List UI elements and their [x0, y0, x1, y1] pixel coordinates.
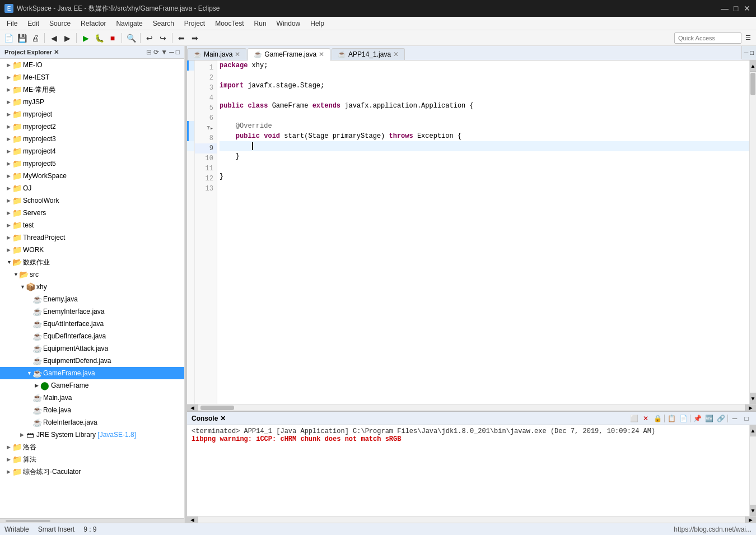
tree-item-myworkspace[interactable]: ▶ 📁 MyWorkSpace	[0, 170, 184, 182]
code-line-2[interactable]	[220, 71, 749, 81]
console-paste-btn[interactable]: 📄	[678, 413, 688, 424]
tree-item-src[interactable]: ▼ 📂 src	[0, 268, 184, 281]
tree-item-myproject5[interactable]: ▶ 📁 myproject5	[0, 157, 184, 170]
tree-item-gameframe-class[interactable]: ▶ ⬤ GameFrame	[0, 379, 184, 392]
menu-window[interactable]: Window	[272, 18, 305, 29]
sidebar-collapse-btn[interactable]: ⊟	[146, 48, 152, 56]
toolbar-search[interactable]: 🔍	[125, 32, 137, 44]
hscroll-left[interactable]: ◀	[187, 404, 198, 411]
code-line-9[interactable]	[220, 141, 749, 151]
toolbar-navigate-forward[interactable]: ➡	[189, 32, 201, 44]
quick-access-input[interactable]	[674, 32, 741, 44]
tree-item-schoolwork[interactable]: ▶ 📁 SchoolWork	[0, 194, 184, 207]
sidebar-max-btn[interactable]: □	[176, 48, 180, 56]
code-line-4[interactable]	[220, 91, 749, 101]
console-output[interactable]: <terminated> APP14_1 [Java Application] …	[187, 425, 749, 516]
toolbar-save[interactable]: 💾	[16, 32, 28, 44]
tree-item-me-common[interactable]: ▶ 📁 ME-常用类	[0, 83, 184, 96]
console-minimize-btn[interactable]: ─	[730, 413, 740, 424]
menu-source[interactable]: Source	[45, 18, 75, 29]
console-clear-btn[interactable]: ⬜	[629, 413, 639, 424]
menu-mooctest[interactable]: MoocTest	[211, 18, 248, 29]
toolbar-forward[interactable]: ▶	[61, 32, 73, 44]
tree-item-enemy-interface[interactable]: ☕ EnemyInterface.java	[0, 305, 184, 318]
project-explorer-tree[interactable]: ▶ 📁 ME-IO ▶ 📁 Me-tEST ▶ 📁 ME-常用类 ▶ 📁 my	[0, 59, 184, 518]
tree-item-myproject4[interactable]: ▶ 📁 myproject4	[0, 145, 184, 157]
tree-item-threadproject[interactable]: ▶ 📁 ThreadProject	[0, 231, 184, 244]
tree-item-shume[interactable]: ▼ 📂 数媒作业	[0, 256, 184, 268]
console-toolbar[interactable]: ⬜ ✕ 🔒 📋 📄 📌 🆕 🔗 ─ □	[629, 413, 752, 424]
tree-item-gameframe-java[interactable]: ▼ ☕ GameFrame.java	[0, 367, 184, 379]
sidebar-controls[interactable]: ⊟ ⟳ ▼ ─ □	[146, 48, 180, 56]
console-link-btn[interactable]: 🔗	[716, 413, 726, 424]
console-copy-btn[interactable]: 📋	[666, 413, 676, 424]
tree-item-enemy[interactable]: ☕ Enemy.java	[0, 293, 184, 305]
code-scroll-area[interactable]: package xhy; import javafx.stage.Stage; …	[217, 61, 749, 404]
toolbar-print[interactable]: 🖨	[29, 32, 41, 44]
vscroll-down[interactable]: ▼	[750, 393, 756, 404]
toolbar-debug[interactable]: 🐛	[93, 32, 105, 44]
tree-item-calculator[interactable]: ▶ 📁 综合练习-Caculator	[0, 466, 184, 478]
toolbar-perspectives[interactable]: ☰	[743, 32, 754, 44]
menu-help[interactable]: Help	[306, 18, 329, 29]
console-hscroll-left[interactable]: ◀	[187, 517, 198, 523]
tab-close-btn[interactable]: ✕	[393, 50, 399, 58]
console-new-btn[interactable]: 🆕	[704, 413, 714, 424]
menu-search[interactable]: Search	[148, 18, 179, 29]
console-vscroll-track[interactable]	[750, 436, 756, 505]
tree-item-servers[interactable]: ▶ 📁 Servers	[0, 207, 184, 219]
tab-gameframe-java[interactable]: ☕ GameFrame.java ✕	[248, 48, 330, 61]
tree-item-equdefend[interactable]: ☕ EquipmentDefend.java	[0, 355, 184, 367]
menu-project[interactable]: Project	[180, 18, 209, 29]
tree-item-equdef[interactable]: ☕ EquDefInterface.java	[0, 330, 184, 342]
tree-item-me-test[interactable]: ▶ 📁 Me-tEST	[0, 71, 184, 83]
tree-item-luogu[interactable]: ▶ 📁 洛谷	[0, 441, 184, 453]
editor-maximize-btn[interactable]: □	[750, 49, 754, 56]
tree-item-jre[interactable]: ▶ 🗃 JRE System Library [JavaSE-1.8]	[0, 429, 184, 441]
tree-item-equattack[interactable]: ☕ EquipmentAttack.java	[0, 342, 184, 355]
toolbar-navigate-back[interactable]: ⬅	[175, 32, 188, 44]
menu-file[interactable]: File	[2, 18, 22, 29]
tree-item-myproject3[interactable]: ▶ 📁 myproject3	[0, 133, 184, 145]
menu-navigate[interactable]: Navigate	[111, 18, 147, 29]
sidebar-sync-btn[interactable]: ⟳	[153, 48, 159, 56]
tab-close-btn[interactable]: ✕	[235, 50, 240, 58]
tree-item-myjsp[interactable]: ▶ 📁 myJSP	[0, 96, 184, 108]
console-maximize-btn[interactable]: □	[741, 413, 752, 424]
maximize-button[interactable]: □	[731, 4, 740, 13]
tree-item-myproject[interactable]: ▶ 📁 myproject	[0, 108, 184, 120]
code-line-5[interactable]: public class GameFrame extends javafx.ap…	[220, 101, 749, 111]
menu-refactor[interactable]: Refactor	[76, 18, 110, 29]
console-vscroll-up[interactable]: ▲	[750, 425, 756, 436]
tree-item-role-java[interactable]: ☕ Role.java	[0, 404, 184, 416]
editor-vscroll[interactable]: ▲ ▼	[749, 61, 756, 404]
toolbar-redo[interactable]: ↪	[157, 32, 169, 44]
toolbar-run[interactable]: ▶	[80, 32, 92, 44]
sidebar-min-btn[interactable]: ─	[169, 48, 174, 56]
code-line-8[interactable]: public void start(Stage primaryStage) th…	[220, 131, 749, 141]
console-hscroll-right[interactable]: ▶	[745, 517, 756, 523]
console-scroll-lock-btn[interactable]: 🔒	[652, 413, 662, 424]
code-line-7[interactable]: @Override	[220, 121, 749, 131]
tree-item-oj[interactable]: ▶ 📁 OJ	[0, 182, 184, 194]
tab-main-java[interactable]: ☕ Main.java ✕	[187, 48, 246, 60]
editor-minimize-btn[interactable]: ─	[744, 49, 749, 56]
code-line-6[interactable]	[220, 111, 749, 121]
sidebar-menu-btn[interactable]: ▼	[161, 48, 167, 56]
menu-edit[interactable]: Edit	[23, 18, 44, 29]
hscroll-track[interactable]	[198, 404, 745, 411]
vscroll-thumb[interactable]	[750, 73, 755, 95]
vscroll-track[interactable]	[750, 72, 756, 393]
tree-item-roleinterface-java[interactable]: ☕ RoleInterface.java	[0, 416, 184, 429]
console-stop-btn[interactable]: ✕	[641, 413, 651, 424]
code-line-3[interactable]: import javafx.stage.Stage;	[220, 81, 749, 91]
tree-item-suanfa[interactable]: ▶ 📁 算法	[0, 453, 184, 466]
toolbar-undo[interactable]: ↩	[143, 32, 156, 44]
window-controls[interactable]: — □ ✕	[720, 4, 752, 13]
minimize-button[interactable]: —	[720, 4, 729, 13]
code-line-11[interactable]	[220, 161, 749, 171]
console-vscroll[interactable]: ▲ ▼	[749, 425, 756, 516]
tree-item-work[interactable]: ▶ 📁 WORK	[0, 244, 184, 256]
code-line-13[interactable]	[220, 182, 749, 192]
tab-app14[interactable]: ☕ APP14_1.java ✕	[332, 48, 405, 60]
